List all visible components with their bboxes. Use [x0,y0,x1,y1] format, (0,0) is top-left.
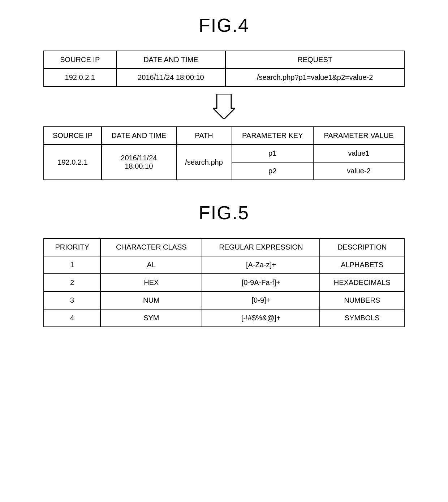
table1: SOURCE IP DATE AND TIME REQUEST 192.0.2.… [43,51,405,87]
table2-header-param-key: PARAMETER KEY [232,127,313,144]
table2-header-source-ip: SOURCE IP [44,127,102,144]
fig5-header-regex: REGULAR EXPRESSION [202,238,320,256]
table2-cell-source-ip: 192.0.2.1 [44,144,102,180]
fig5-table-wrapper: PRIORITY CHARACTER CLASS REGULAR EXPRESS… [43,238,405,327]
arrow-down-icon [213,94,235,119]
fig5-cell-char-class-1: AL [100,256,202,274]
fig5-title: FIG.5 [199,202,249,224]
fig4-title: FIG.4 [199,14,249,36]
table2-header-row: SOURCE IP DATE AND TIME PATH PARAMETER K… [44,127,404,144]
table1-header-row: SOURCE IP DATE AND TIME REQUEST [44,51,404,69]
fig5-table: PRIORITY CHARACTER CLASS REGULAR EXPRESS… [43,238,405,327]
table1-header-source-ip: SOURCE IP [44,51,116,69]
table1-cell-source-ip: 192.0.2.1 [44,69,116,86]
table1-cell-request: /search.php?p1=value1&p2=value-2 [225,69,404,86]
table2-cell-datetime: 2016/11/2418:00:10 [102,144,176,180]
fig5-data-row-1: 1 AL [A-Za-z]+ ALPHABETS [44,256,404,274]
fig5-cell-char-class-3: NUM [100,291,202,309]
table1-data-row: 192.0.2.1 2016/11/24 18:00:10 /search.ph… [44,69,404,86]
fig5-cell-regex-1: [A-Za-z]+ [202,256,320,274]
fig5-header-priority: PRIORITY [44,238,100,256]
table1-header-date-time: DATE AND TIME [116,51,226,69]
table2-cell-param-value-2: value-2 [313,162,404,180]
fig5-header-row: PRIORITY CHARACTER CLASS REGULAR EXPRESS… [44,238,404,256]
table1-header-request: REQUEST [225,51,404,69]
fig5-data-row-2: 2 HEX [0-9A-Fa-f]+ HEXADECIMALS [44,274,404,291]
fig5-data-row-3: 3 NUM [0-9]+ NUMBERS [44,291,404,309]
fig5-cell-regex-4: [-!#$%&@]+ [202,309,320,327]
fig5-cell-char-class-4: SYM [100,309,202,327]
fig5-cell-regex-2: [0-9A-Fa-f]+ [202,274,320,291]
fig5-cell-priority-3: 3 [44,291,100,309]
fig5-header-char-class: CHARACTER CLASS [100,238,202,256]
fig5-section: FIG.5 PRIORITY CHARACTER CLASS REGULAR E… [43,202,405,327]
table2-header-param-value: PARAMETER VALUE [313,127,404,144]
table2-cell-param-value-1: value1 [313,144,404,162]
fig5-cell-description-2: HEXADECIMALS [320,274,404,291]
table2-header-date-time: DATE AND TIME [102,127,176,144]
fig5-cell-char-class-2: HEX [100,274,202,291]
table2-cell-param-key-1: p1 [232,144,313,162]
fig5-cell-description-1: ALPHABETS [320,256,404,274]
table2-cell-param-key-2: p2 [232,162,313,180]
table2-header-path: PATH [176,127,232,144]
fig5-cell-priority-2: 2 [44,274,100,291]
fig5-cell-priority-1: 1 [44,256,100,274]
svg-marker-0 [213,94,235,119]
fig5-cell-priority-4: 4 [44,309,100,327]
table2: SOURCE IP DATE AND TIME PATH PARAMETER K… [43,126,405,180]
fig5-header-description: DESCRIPTION [320,238,404,256]
table2-data-row: 192.0.2.1 2016/11/2418:00:10 /search.php… [44,144,404,162]
fig5-cell-description-4: SYMBOLS [320,309,404,327]
fig5-cell-description-3: NUMBERS [320,291,404,309]
table2-cell-path: /search.php [176,144,232,180]
arrow-down-container [213,87,235,126]
fig4-table2: SOURCE IP DATE AND TIME PATH PARAMETER K… [43,126,405,180]
table1-cell-datetime: 2016/11/24 18:00:10 [116,69,226,86]
fig5-data-row-4: 4 SYM [-!#$%&@]+ SYMBOLS [44,309,404,327]
fig4-table1: SOURCE IP DATE AND TIME REQUEST 192.0.2.… [43,51,405,87]
fig5-cell-regex-3: [0-9]+ [202,291,320,309]
